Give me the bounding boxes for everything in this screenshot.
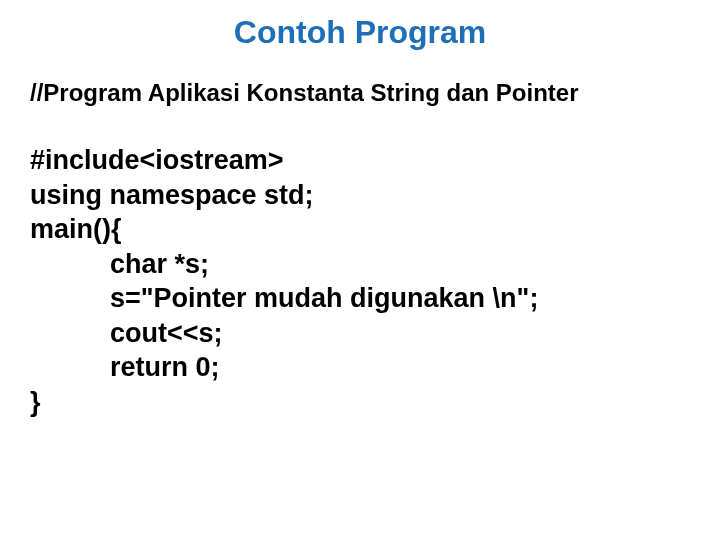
code-line: main(){ xyxy=(30,212,690,247)
code-line: using namespace std; xyxy=(30,178,690,213)
program-comment: //Program Aplikasi Konstanta String dan … xyxy=(30,79,690,107)
code-block: #include<iostream> using namespace std; … xyxy=(30,143,690,419)
slide-title: Contoh Program xyxy=(30,14,690,51)
code-line: cout<<s; xyxy=(30,316,690,351)
code-line: char *s; xyxy=(30,247,690,282)
code-line: } xyxy=(30,385,690,420)
code-line: #include<iostream> xyxy=(30,143,690,178)
code-line: return 0; xyxy=(30,350,690,385)
code-line: s="Pointer mudah digunakan \n"; xyxy=(30,281,690,316)
